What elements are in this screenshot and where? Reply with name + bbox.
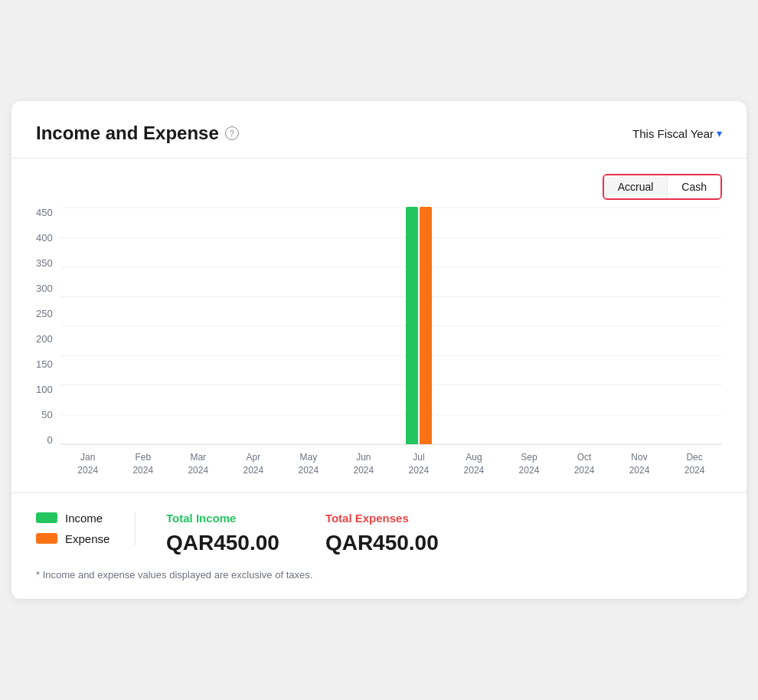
y-axis: 450400350300250200150100500: [36, 208, 60, 445]
y-axis-label: 100: [36, 384, 53, 394]
total-income-label: Total Income: [166, 512, 279, 525]
title-row: Income and Expense ?: [36, 123, 239, 144]
y-axis-label: 400: [36, 233, 53, 243]
y-axis-label: 200: [36, 334, 53, 344]
total-income-block: Total Income QAR450.00: [166, 512, 279, 555]
expense-legend-label: Expense: [65, 532, 109, 545]
legend-expense: Expense: [36, 532, 110, 545]
month-bar-group: [667, 208, 722, 444]
accrual-button[interactable]: Accrual: [604, 175, 668, 198]
month-bar-group: [60, 208, 116, 444]
income-legend-label: Income: [65, 512, 103, 525]
legend: Income Expense: [36, 512, 136, 545]
help-icon[interactable]: ?: [225, 126, 239, 140]
x-axis-label: Sep2024: [502, 451, 557, 477]
footnote: * Income and expense values displayed ar…: [36, 569, 722, 581]
month-bar-group: [502, 208, 557, 444]
x-axis-label: Jan2024: [60, 451, 116, 477]
page-title: Income and Expense: [36, 123, 219, 144]
x-axis: Jan2024Feb2024Mar2024Apr2024May2024Jun20…: [60, 451, 722, 477]
month-bar-group: [226, 208, 281, 444]
x-axis-label: May2024: [281, 451, 336, 477]
x-axis-label: Oct2024: [557, 451, 612, 477]
chart-area: 450400350300250200150100500 Jan2024Feb20…: [36, 208, 722, 477]
x-axis-label: Dec2024: [667, 451, 722, 477]
x-axis-label: Aug2024: [446, 451, 502, 477]
month-bar-group: [336, 208, 391, 444]
accrual-cash-toggle: Accrual Cash: [603, 174, 722, 200]
summary-blocks: Total Income QAR450.00 Total Expenses QA…: [136, 512, 439, 555]
month-bar-group: [391, 208, 446, 444]
income-bar: [406, 207, 418, 444]
income-expense-card: Income and Expense ? This Fiscal Year ▾ …: [11, 101, 747, 599]
month-bar-group: [171, 208, 226, 444]
income-color-swatch: [36, 512, 57, 523]
accrual-cash-row: Accrual Cash: [36, 174, 722, 200]
expense-bar: [420, 207, 432, 444]
expense-color-swatch: [36, 533, 57, 544]
legend-summary: Income Expense Total Income QAR450.00 To…: [11, 492, 747, 555]
total-expenses-block: Total Expenses QAR450.00: [325, 512, 439, 555]
y-axis-label: 0: [47, 435, 52, 445]
fiscal-year-button[interactable]: This Fiscal Year ▾: [632, 127, 722, 140]
y-axis-label: 150: [36, 359, 53, 369]
y-axis-label: 300: [36, 283, 53, 293]
total-income-value: QAR450.00: [166, 531, 279, 555]
x-axis-label: Feb2024: [116, 451, 171, 477]
chart-inner: Jan2024Feb2024Mar2024Apr2024May2024Jun20…: [60, 208, 722, 477]
card-header: Income and Expense ? This Fiscal Year ▾: [36, 123, 722, 144]
y-axis-label: 450: [36, 208, 53, 218]
x-axis-label: Mar2024: [171, 451, 226, 477]
total-expenses-value: QAR450.00: [325, 531, 439, 555]
month-bar-group: [557, 208, 612, 444]
cash-button[interactable]: Cash: [668, 175, 720, 198]
month-bar-group: [116, 208, 171, 444]
x-axis-label: Jul2024: [391, 451, 446, 477]
y-axis-label: 50: [41, 410, 52, 420]
y-axis-label: 350: [36, 258, 53, 268]
header-divider: [11, 158, 747, 159]
bars-container: [60, 208, 722, 445]
chevron-down-icon: ▾: [717, 127, 722, 139]
month-bar-group: [446, 208, 502, 444]
legend-income: Income: [36, 512, 110, 525]
month-bar-group: [612, 208, 667, 444]
x-axis-label: Apr2024: [226, 451, 281, 477]
x-axis-label: Nov2024: [612, 451, 667, 477]
total-expenses-label: Total Expenses: [325, 512, 439, 525]
month-bar-group: [281, 208, 336, 444]
fiscal-year-label: This Fiscal Year: [632, 127, 714, 140]
x-axis-label: Jun2024: [336, 451, 391, 477]
y-axis-label: 250: [36, 309, 53, 319]
